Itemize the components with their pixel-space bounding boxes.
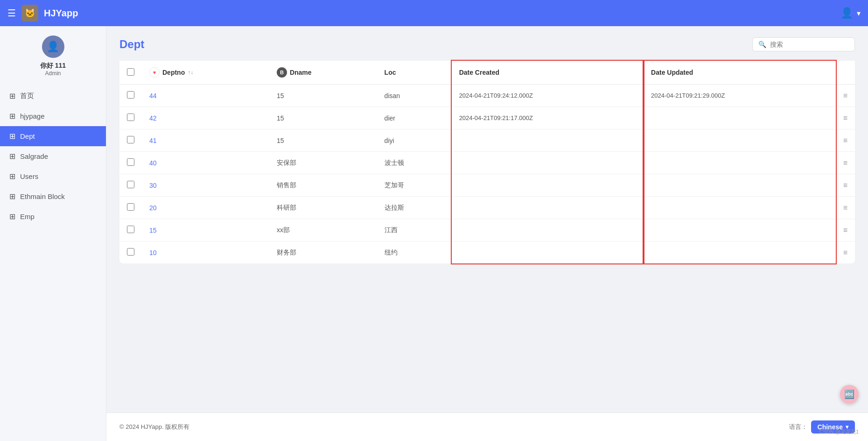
row-checkbox[interactable] bbox=[127, 203, 134, 211]
row-loc: diyi bbox=[377, 129, 452, 152]
sidebar-item-hjypage[interactable]: ⊞ hjypage bbox=[0, 106, 106, 126]
home-icon: ⊞ bbox=[9, 92, 15, 100]
row-date-updated bbox=[644, 129, 836, 152]
row-dname: 15 bbox=[269, 85, 377, 107]
row-date-updated bbox=[644, 107, 836, 129]
row-menu-icon[interactable]: ≡ bbox=[843, 226, 847, 234]
row-menu-icon[interactable]: ≡ bbox=[843, 181, 847, 189]
row-menu-icon[interactable]: ≡ bbox=[843, 114, 847, 122]
row-deptno: 44 bbox=[142, 85, 269, 107]
deptno-link[interactable]: 42 bbox=[149, 114, 157, 122]
search-input[interactable] bbox=[770, 41, 849, 48]
row-deptno: 30 bbox=[142, 174, 269, 197]
table-row: 44 15 disan 2024-04-21T09:24:12.000Z 202… bbox=[119, 85, 855, 107]
row-date-created bbox=[452, 174, 644, 197]
app-title: HJYapp bbox=[44, 8, 78, 19]
hamburger-icon[interactable]: ☰ bbox=[7, 7, 16, 19]
th-dname: B Dname bbox=[269, 61, 377, 85]
table-row: 40 安保部 波士顿 ≡ bbox=[119, 152, 855, 174]
deptno-link[interactable]: 20 bbox=[149, 204, 157, 212]
th-checkbox bbox=[119, 61, 142, 85]
row-date-updated bbox=[644, 242, 836, 264]
page-header: Dept 🔍 bbox=[119, 37, 855, 51]
sidebar-item-dept[interactable]: ⊞ Dept bbox=[0, 126, 106, 146]
language-label: 语言： bbox=[789, 423, 807, 431]
avatar-icon: 👤 bbox=[47, 41, 59, 53]
row-menu-icon[interactable]: ≡ bbox=[843, 159, 847, 167]
sidebar-item-ethmain-block[interactable]: ⊞ Ethmain Block bbox=[0, 186, 106, 206]
user-section: 👤 你好 111 Admin bbox=[0, 36, 106, 86]
deptno-link[interactable]: 40 bbox=[149, 159, 157, 167]
row-deptno: 15 bbox=[142, 219, 269, 242]
row-actions: ≡ bbox=[836, 174, 855, 197]
content-area: Dept 🔍 ♥ bbox=[106, 26, 868, 413]
deptno-link[interactable]: 30 bbox=[149, 182, 157, 189]
sidebar-item-salgrade-label: Salgrade bbox=[20, 152, 48, 160]
row-menu-icon[interactable]: ≡ bbox=[843, 204, 847, 212]
deptno-link[interactable]: 15 bbox=[149, 227, 157, 234]
row-checkbox[interactable] bbox=[127, 248, 134, 256]
sort-icon[interactable]: ↑↓ bbox=[188, 69, 193, 76]
th-date-updated-label: Date Updated bbox=[651, 69, 693, 76]
sidebar-item-users[interactable]: ⊞ Users bbox=[0, 166, 106, 186]
deptno-link[interactable]: 44 bbox=[149, 92, 157, 100]
table-row: 15 xx部 江西 ≡ bbox=[119, 219, 855, 242]
sidebar: 👤 你好 111 Admin ⊞ 首页 ⊞ hjypage ⊞ Dept ⊞ S… bbox=[0, 26, 106, 441]
row-menu-icon[interactable]: ≡ bbox=[843, 92, 847, 100]
hjypage-icon: ⊞ bbox=[9, 112, 15, 121]
user-menu-chevron[interactable]: ▾ bbox=[857, 9, 861, 18]
table-header-row: ♥ Deptno ↑↓ B Dname bbox=[119, 61, 855, 85]
row-menu-icon[interactable]: ≡ bbox=[843, 136, 847, 144]
sidebar-item-home[interactable]: ⊞ 首页 bbox=[0, 86, 106, 106]
sidebar-item-emp[interactable]: ⊞ Emp bbox=[0, 206, 106, 227]
th-loc-label: Loc bbox=[385, 69, 396, 76]
row-checkbox[interactable] bbox=[127, 91, 134, 99]
row-dname: xx部 bbox=[269, 219, 377, 242]
th-date-created-label: Date Created bbox=[459, 69, 499, 76]
row-deptno: 41 bbox=[142, 129, 269, 152]
row-date-created: 2024-04-21T09:24:12.000Z bbox=[452, 85, 644, 107]
row-date-updated bbox=[644, 197, 836, 219]
csdn-watermark: CSDN @花花花1 bbox=[819, 428, 859, 435]
row-actions: ≡ bbox=[836, 85, 855, 107]
th-deptno[interactable]: ♥ Deptno ↑↓ bbox=[142, 61, 269, 85]
row-date-updated bbox=[644, 174, 836, 197]
deptno-link[interactable]: 41 bbox=[149, 137, 157, 144]
row-checkbox-cell bbox=[119, 242, 142, 264]
row-checkbox[interactable] bbox=[127, 136, 134, 143]
table-row: 10 财务部 纽约 ≡ bbox=[119, 242, 855, 264]
translate-fab[interactable]: 🔤 bbox=[840, 385, 859, 404]
row-date-updated: 2024-04-21T09:21:29.000Z bbox=[644, 85, 836, 107]
row-checkbox[interactable] bbox=[127, 114, 134, 121]
search-box[interactable]: 🔍 bbox=[752, 37, 855, 51]
user-role: Admin bbox=[45, 70, 61, 77]
sidebar-item-salgrade[interactable]: ⊞ Salgrade bbox=[0, 146, 106, 166]
row-checkbox[interactable] bbox=[127, 158, 134, 166]
dept-icon: ⊞ bbox=[9, 132, 15, 141]
row-date-updated bbox=[644, 219, 836, 242]
row-deptno: 40 bbox=[142, 152, 269, 174]
row-actions: ≡ bbox=[836, 129, 855, 152]
row-date-created: 2024-04-21T09:21:17.000Z bbox=[452, 107, 644, 129]
deptno-link[interactable]: 10 bbox=[149, 249, 157, 256]
sidebar-item-dept-label: Dept bbox=[20, 132, 35, 140]
row-actions: ≡ bbox=[836, 107, 855, 129]
row-actions: ≡ bbox=[836, 219, 855, 242]
user-icon-nav[interactable]: 👤 bbox=[840, 7, 853, 19]
row-checkbox-cell bbox=[119, 85, 142, 107]
select-all-checkbox[interactable] bbox=[127, 68, 134, 76]
row-actions: ≡ bbox=[836, 152, 855, 174]
table-container: ♥ Deptno ↑↓ B Dname bbox=[119, 61, 855, 263]
app-logo: 🐱 bbox=[21, 5, 38, 21]
row-checkbox[interactable] bbox=[127, 181, 134, 188]
sidebar-item-emp-label: Emp bbox=[20, 213, 35, 220]
ethmain-icon: ⊞ bbox=[9, 192, 15, 201]
row-dname: 销售部 bbox=[269, 174, 377, 197]
row-checkbox[interactable] bbox=[127, 226, 134, 233]
salgrade-icon: ⊞ bbox=[9, 152, 15, 161]
row-loc: 芝加哥 bbox=[377, 174, 452, 197]
dept-table: ♥ Deptno ↑↓ B Dname bbox=[119, 61, 855, 263]
sidebar-item-users-label: Users bbox=[20, 172, 38, 180]
row-menu-icon[interactable]: ≡ bbox=[843, 249, 847, 256]
row-date-updated bbox=[644, 152, 836, 174]
